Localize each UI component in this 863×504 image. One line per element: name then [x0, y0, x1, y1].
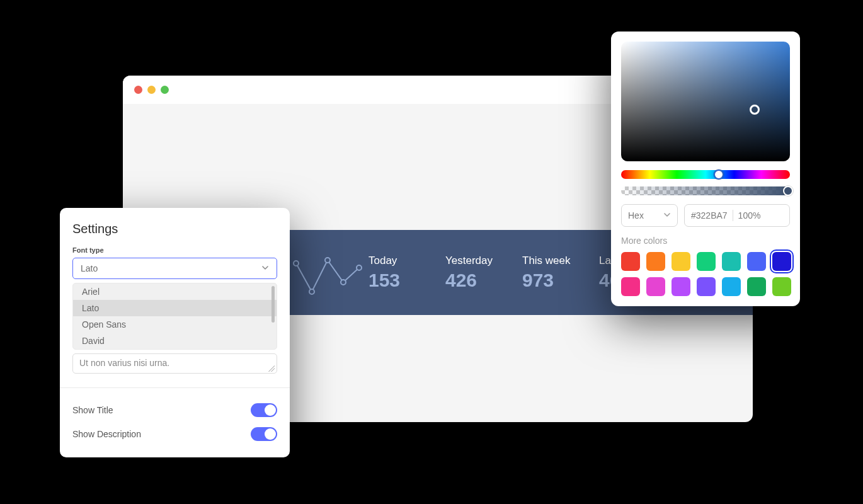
- stat-value: 426: [445, 270, 522, 291]
- color-format-value: Hex: [628, 210, 644, 220]
- color-swatch[interactable]: [722, 277, 741, 296]
- font-type-select[interactable]: Lato: [72, 258, 277, 279]
- stat-item: Today 153: [369, 255, 445, 291]
- font-type-value: Lato: [81, 263, 98, 273]
- color-swatch[interactable]: [697, 277, 716, 296]
- divider: [60, 387, 290, 388]
- alpha-slider-handle[interactable]: [783, 186, 793, 196]
- color-swatch[interactable]: [646, 277, 665, 296]
- window-minimize-icon[interactable]: [147, 86, 156, 94]
- svg-point-1: [309, 289, 314, 294]
- color-gradient-handle[interactable]: [750, 105, 760, 115]
- stat-value: 153: [369, 270, 445, 291]
- window-maximize-icon[interactable]: [161, 86, 169, 94]
- svg-point-3: [341, 280, 346, 285]
- color-swatch[interactable]: [722, 252, 741, 271]
- color-swatch[interactable]: [772, 252, 791, 271]
- hue-slider-handle[interactable]: [714, 169, 724, 180]
- color-swatch[interactable]: [672, 277, 690, 296]
- settings-title: Settings: [72, 222, 277, 236]
- toggle-label: Show Title: [72, 405, 113, 415]
- window-close-icon[interactable]: [134, 86, 142, 94]
- divider: [733, 210, 733, 221]
- color-gradient-area[interactable]: [621, 42, 790, 161]
- stat-item: This week 973: [522, 255, 599, 291]
- toggle-row-show-title: Show Title: [60, 398, 290, 422]
- color-swatches: [621, 252, 790, 296]
- color-swatch[interactable]: [747, 252, 766, 271]
- textarea-value: Ut non varius nisi urna.: [79, 358, 169, 368]
- show-description-toggle[interactable]: [251, 427, 277, 441]
- settings-panel: Settings Font type Lato Ariel Lato Open …: [60, 208, 290, 457]
- color-swatch[interactable]: [621, 277, 640, 296]
- stat-label: This week: [522, 255, 599, 267]
- font-type-dropdown: Ariel Lato Open Sans David: [72, 283, 277, 350]
- toggle-row-show-description: Show Description: [60, 422, 290, 446]
- show-title-toggle[interactable]: [251, 403, 277, 417]
- color-swatch[interactable]: [621, 252, 640, 271]
- chevron-down-icon: [261, 263, 269, 273]
- alpha-slider[interactable]: [621, 186, 790, 195]
- color-hex-value: #322BA7: [691, 210, 728, 220]
- scrollbar[interactable]: [271, 286, 275, 323]
- svg-point-4: [357, 265, 362, 270]
- color-format-select[interactable]: Hex: [621, 204, 678, 227]
- stat-label: Yesterday: [445, 255, 522, 267]
- color-hex-input[interactable]: #322BA7 100%: [684, 204, 790, 227]
- resize-handle-icon[interactable]: [268, 365, 275, 372]
- font-option[interactable]: David: [73, 333, 277, 349]
- svg-point-0: [294, 261, 299, 266]
- chevron-down-icon: [663, 210, 671, 220]
- color-swatch[interactable]: [672, 252, 690, 271]
- color-picker-panel: Hex #322BA7 100% More colors: [611, 32, 800, 306]
- stat-item: Yesterday 426: [445, 255, 522, 291]
- color-swatch[interactable]: [697, 252, 716, 271]
- color-opacity-value: 100%: [738, 210, 761, 220]
- color-swatch[interactable]: [747, 277, 766, 296]
- more-colors-label: More colors: [621, 236, 790, 246]
- font-type-label: Font type: [72, 246, 277, 254]
- sparkline-chart: [293, 248, 362, 298]
- font-option[interactable]: Ariel: [73, 284, 277, 300]
- color-swatch[interactable]: [646, 252, 665, 271]
- toggle-label: Show Description: [72, 429, 141, 439]
- stat-value: 973: [522, 270, 599, 291]
- hue-slider[interactable]: [621, 170, 790, 179]
- font-option[interactable]: Lato: [73, 300, 277, 316]
- font-option[interactable]: Open Sans: [73, 316, 277, 333]
- description-textarea[interactable]: Ut non varius nisi urna.: [72, 353, 277, 374]
- svg-point-2: [325, 258, 330, 263]
- color-swatch[interactable]: [772, 277, 791, 296]
- stat-label: Today: [369, 255, 445, 267]
